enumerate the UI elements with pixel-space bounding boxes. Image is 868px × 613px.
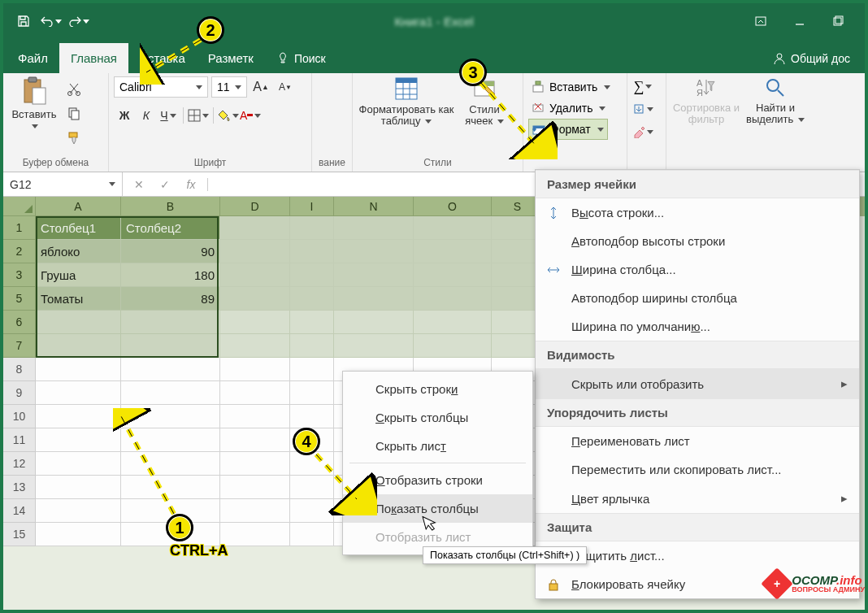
cell[interactable] (121, 334, 220, 358)
share-button[interactable]: Общий дос (762, 44, 861, 73)
format-as-table-button[interactable]: Форматировать как таблицу (358, 76, 455, 128)
grow-font-icon[interactable]: A▲ (250, 77, 271, 97)
cell[interactable] (36, 311, 121, 334)
cell[interactable] (334, 240, 414, 263)
cell[interactable] (220, 263, 290, 287)
cell[interactable] (220, 216, 290, 240)
select-all-corner[interactable] (3, 197, 36, 216)
col-header[interactable]: D (220, 197, 290, 216)
cell[interactable] (121, 381, 220, 405)
cell[interactable] (290, 523, 334, 546)
cell[interactable] (220, 381, 290, 405)
format-painter-icon[interactable] (63, 128, 85, 148)
cell[interactable] (414, 287, 492, 311)
cell[interactable]: Груша (36, 263, 121, 287)
row-height-item[interactable]: Высота строки... (536, 198, 859, 227)
row-header[interactable]: 6 (3, 311, 36, 334)
cell[interactable] (220, 334, 290, 358)
cell[interactable] (36, 452, 121, 476)
cell[interactable]: Столбец2 (121, 216, 220, 240)
cell[interactable] (220, 311, 290, 334)
font-color-icon[interactable]: А (240, 106, 261, 125)
cell[interactable] (414, 240, 492, 263)
cell[interactable] (414, 216, 492, 240)
cell[interactable] (36, 476, 121, 499)
cell[interactable]: 180 (121, 263, 220, 287)
row-header[interactable]: 10 (3, 405, 36, 428)
col-header[interactable]: I (290, 197, 334, 216)
undo-icon[interactable] (41, 11, 62, 32)
cell[interactable] (36, 381, 121, 405)
cell[interactable] (220, 499, 290, 523)
hide-unhide-item[interactable]: Скрыть или отобразить▸ (536, 369, 859, 398)
cell[interactable] (290, 334, 334, 358)
row-header[interactable]: 5 (3, 287, 36, 311)
row-header[interactable]: 11 (3, 428, 36, 452)
cell[interactable] (290, 287, 334, 311)
fx-icon[interactable]: fx (181, 178, 201, 191)
cell[interactable] (334, 334, 414, 358)
col-header[interactable]: A (36, 197, 121, 216)
move-copy-sheet-item[interactable]: Переместить или скопировать лист... (536, 455, 859, 484)
cell[interactable] (290, 311, 334, 334)
hide-cols-item[interactable]: Скрыть столбцы (343, 403, 532, 432)
cell[interactable] (414, 334, 492, 358)
row-header[interactable]: 1 (3, 216, 36, 240)
cell[interactable] (290, 263, 334, 287)
tab-color-item[interactable]: Цвет ярлычка▸ (536, 484, 859, 513)
cell[interactable] (36, 499, 121, 523)
font-size-select[interactable]: 11 (211, 76, 247, 98)
col-header[interactable]: N (334, 197, 414, 216)
cell[interactable] (290, 405, 334, 428)
find-select-button[interactable]: Найти и выделить (744, 76, 806, 126)
minimize-icon[interactable] (780, 8, 819, 34)
fill-color-icon[interactable] (218, 106, 239, 125)
row-header[interactable]: 3 (3, 263, 36, 287)
col-width-item[interactable]: Ширина столбца... (536, 255, 859, 284)
clear-icon[interactable] (632, 122, 653, 141)
tab-home[interactable]: Главная (59, 43, 128, 73)
default-width-item[interactable]: Ширина по умолчанию... (536, 312, 859, 341)
underline-button[interactable]: Ч (158, 106, 179, 125)
cell[interactable] (36, 358, 121, 381)
cell[interactable] (414, 311, 492, 334)
tab-file[interactable]: Файл (7, 43, 59, 73)
cell[interactable] (220, 358, 290, 381)
autosum-icon[interactable]: ∑ (632, 76, 653, 96)
shrink-font-icon[interactable]: A▼ (275, 77, 296, 97)
col-header[interactable]: B (121, 197, 220, 216)
ribbon-options-icon[interactable] (741, 8, 780, 34)
sort-filter-button[interactable]: АЯ Сортировка и фильтр (671, 76, 741, 126)
hide-rows-item[interactable]: Скрыть строки (343, 375, 532, 403)
cell[interactable] (220, 452, 290, 476)
cell[interactable]: яблоко (36, 240, 121, 263)
cell[interactable] (290, 216, 334, 240)
row-header[interactable]: 15 (3, 523, 36, 546)
redo-icon[interactable] (68, 11, 89, 32)
tell-me-search[interactable]: Поиск (265, 44, 337, 73)
row-header[interactable]: 12 (3, 452, 36, 476)
bold-button[interactable]: Ж (114, 106, 135, 125)
save-icon[interactable] (13, 11, 34, 32)
name-box[interactable]: G12 (3, 172, 123, 196)
cell[interactable]: Томаты (36, 287, 121, 311)
copy-icon[interactable] (63, 104, 85, 124)
cell[interactable] (36, 334, 121, 358)
cell[interactable] (334, 263, 414, 287)
cell[interactable] (414, 263, 492, 287)
cell[interactable] (220, 287, 290, 311)
cell[interactable]: 90 (121, 240, 220, 263)
cancel-formula-icon[interactable]: ✕ (129, 178, 149, 191)
cell[interactable] (334, 311, 414, 334)
col-header[interactable]: O (414, 197, 492, 216)
cell[interactable] (290, 358, 334, 381)
cell[interactable]: 89 (121, 287, 220, 311)
borders-icon[interactable] (188, 106, 209, 125)
paste-button[interactable]: Вставить (8, 76, 60, 133)
maximize-icon[interactable] (819, 8, 858, 34)
row-header[interactable]: 13 (3, 476, 36, 499)
enter-formula-icon[interactable]: ✓ (155, 178, 175, 191)
row-header[interactable]: 2 (3, 240, 36, 263)
row-header[interactable]: 8 (3, 358, 36, 381)
row-header[interactable]: 7 (3, 334, 36, 358)
